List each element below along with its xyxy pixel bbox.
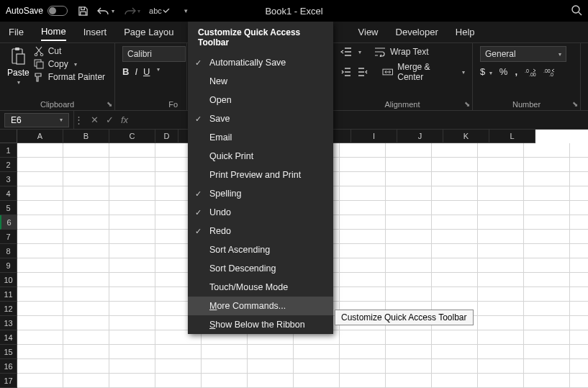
cell[interactable]: [340, 143, 386, 158]
row-header[interactable]: 2: [0, 158, 17, 172]
cell[interactable]: [17, 316, 63, 330]
decrease-indent-icon[interactable]: [340, 46, 353, 58]
cell[interactable]: [478, 345, 524, 359]
cell[interactable]: [63, 359, 109, 374]
cell[interactable]: [17, 330, 63, 345]
cell[interactable]: [524, 172, 570, 186]
cell[interactable]: [63, 186, 109, 201]
menu-item[interactable]: Quick Print: [188, 147, 333, 166]
cell[interactable]: [524, 230, 570, 244]
cell[interactable]: [109, 258, 155, 273]
merge-center-button[interactable]: Merge & Center ▾: [382, 62, 465, 82]
cell[interactable]: [202, 345, 248, 359]
row-header[interactable]: 7: [0, 230, 17, 244]
column-header[interactable]: C: [109, 130, 155, 143]
row-header[interactable]: 4: [0, 186, 17, 201]
menu-item[interactable]: ✓Spelling: [188, 184, 333, 203]
qat-customize-icon[interactable]: ▾: [183, 7, 188, 14]
cell[interactable]: [17, 201, 63, 215]
column-header[interactable]: L: [489, 130, 535, 143]
cell[interactable]: [570, 201, 588, 215]
cell[interactable]: [17, 158, 63, 172]
name-box-splitter[interactable]: ⋮: [73, 111, 83, 129]
tab-file[interactable]: File: [9, 24, 24, 40]
row-header[interactable]: 16: [0, 359, 17, 374]
cell[interactable]: [570, 359, 588, 374]
cell[interactable]: [432, 273, 478, 287]
row-header[interactable]: 17: [0, 374, 17, 388]
cell[interactable]: [17, 244, 63, 258]
cell[interactable]: [524, 186, 570, 201]
menu-item[interactable]: Open: [188, 91, 333, 109]
column-header[interactable]: A: [17, 130, 63, 143]
cell[interactable]: [524, 215, 570, 230]
percent-button[interactable]: %: [499, 66, 508, 77]
cell[interactable]: [478, 201, 524, 215]
cell[interactable]: [63, 158, 109, 172]
cell[interactable]: [109, 273, 155, 287]
cell[interactable]: [432, 244, 478, 258]
cell[interactable]: [17, 172, 63, 186]
cell[interactable]: [386, 359, 432, 374]
autosave-toggle[interactable]: AutoSave: [6, 6, 68, 16]
cell[interactable]: [109, 345, 155, 359]
cut-button[interactable]: Cut: [34, 46, 105, 56]
indent-right-icon[interactable]: [356, 66, 368, 78]
cell[interactable]: [570, 186, 588, 201]
cell[interactable]: [386, 230, 432, 244]
row-header[interactable]: 3: [0, 172, 17, 186]
cell[interactable]: [570, 258, 588, 273]
cell[interactable]: [340, 330, 386, 345]
undo-icon[interactable]: ▾: [97, 6, 114, 16]
cell[interactable]: [63, 287, 109, 302]
cell[interactable]: [432, 172, 478, 186]
cell[interactable]: [478, 143, 524, 158]
format-painter-button[interactable]: Format Painter: [34, 72, 105, 82]
cell[interactable]: [432, 345, 478, 359]
cell[interactable]: [63, 172, 109, 186]
menu-item[interactable]: ✓Undo: [188, 203, 333, 222]
cell[interactable]: [432, 158, 478, 172]
cell[interactable]: [155, 359, 202, 374]
menu-item[interactable]: More Commands...: [188, 297, 333, 315]
name-box[interactable]: E6 ▾: [4, 113, 69, 127]
column-header[interactable]: J: [397, 130, 443, 143]
cell[interactable]: [570, 244, 588, 258]
cell[interactable]: [63, 143, 109, 158]
cell[interactable]: [63, 244, 109, 258]
number-format-select[interactable]: General ▾: [480, 46, 566, 62]
cell[interactable]: [478, 302, 524, 316]
cell[interactable]: [570, 374, 588, 388]
cell[interactable]: [478, 287, 524, 302]
cell[interactable]: [432, 287, 478, 302]
bold-button[interactable]: B: [122, 66, 129, 77]
cell[interactable]: [386, 287, 432, 302]
row-header[interactable]: 6: [0, 215, 17, 230]
cell[interactable]: [109, 172, 155, 186]
cell[interactable]: [109, 215, 155, 230]
cell[interactable]: [340, 244, 386, 258]
cell[interactable]: [340, 186, 386, 201]
cell[interactable]: [17, 359, 63, 374]
search-icon[interactable]: [571, 4, 582, 16]
cell[interactable]: [386, 186, 432, 201]
cell[interactable]: [63, 215, 109, 230]
cell[interactable]: [386, 330, 432, 345]
cell[interactable]: [386, 244, 432, 258]
cell[interactable]: [340, 287, 386, 302]
menu-item[interactable]: ✓Save: [188, 109, 333, 128]
cell[interactable]: [524, 158, 570, 172]
fx-icon[interactable]: fx: [121, 114, 128, 125]
cell[interactable]: [432, 230, 478, 244]
cell[interactable]: [109, 244, 155, 258]
row-header[interactable]: 9: [0, 258, 17, 273]
menu-item[interactable]: Touch/Mouse Mode: [188, 278, 333, 297]
cell[interactable]: [432, 374, 478, 388]
font-name-input[interactable]: [122, 46, 186, 62]
cell[interactable]: [432, 201, 478, 215]
cell[interactable]: [570, 345, 588, 359]
column-header[interactable]: B: [63, 130, 109, 143]
cell[interactable]: [478, 158, 524, 172]
select-all-corner[interactable]: [0, 130, 17, 143]
cell[interactable]: [524, 316, 570, 330]
